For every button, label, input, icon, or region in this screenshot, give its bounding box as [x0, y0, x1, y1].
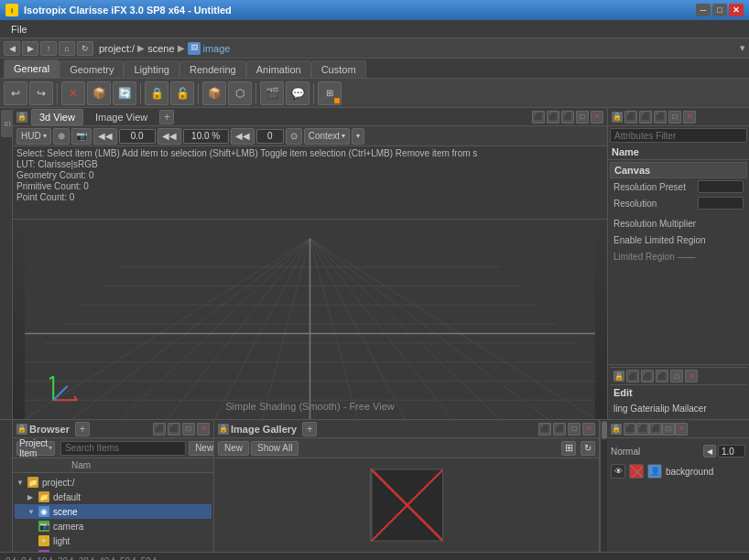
vp-value3[interactable]: [256, 129, 284, 144]
tab-animation[interactable]: Animation: [246, 60, 311, 78]
rp-ctrl-2[interactable]: ⬛: [639, 111, 652, 124]
project-item-dropdown[interactable]: Project Item ▾: [16, 441, 55, 456]
undo-button[interactable]: ↩: [4, 81, 27, 105]
nav-home[interactable]: ⌂: [59, 41, 75, 56]
box-button[interactable]: 📦: [202, 81, 226, 105]
tree-path-tracer[interactable]: ⬡ path_tracer: [15, 548, 212, 552]
vp-ctrl-1[interactable]: ⬛: [532, 111, 545, 124]
unlock-button[interactable]: 🔓: [170, 81, 194, 105]
vp-value2[interactable]: [183, 129, 229, 144]
move-button[interactable]: 📦: [87, 81, 111, 105]
gallery-lock[interactable]: 🔒: [218, 424, 229, 435]
browser-search-input[interactable]: [60, 441, 186, 456]
g-ctrl-4[interactable]: ✕: [582, 423, 595, 436]
rb-ctrl-4[interactable]: □: [662, 423, 675, 436]
vp-ctrl-4[interactable]: □: [576, 111, 589, 124]
attr-search-input[interactable]: [610, 128, 747, 143]
gallery-show-all-btn[interactable]: Show All: [251, 441, 299, 456]
vp-ctrl-2[interactable]: ⬛: [547, 111, 559, 124]
tree-camera[interactable]: 📷 camera: [15, 519, 212, 533]
nav-path-project[interactable]: project:/: [99, 43, 135, 54]
tree-project[interactable]: ▼ 📁 project:/: [15, 475, 212, 490]
b-ctrl-2[interactable]: ⬛: [168, 423, 180, 436]
nav-path-scene[interactable]: scene: [147, 43, 174, 54]
b-ctrl-4[interactable]: ✕: [197, 423, 210, 436]
vp-context-dropdown[interactable]: Context▾: [304, 128, 350, 145]
viewport-tab-image[interactable]: Image View: [87, 109, 156, 125]
maximize-button[interactable]: □: [712, 4, 727, 16]
vp-cam-btn[interactable]: 📷: [71, 128, 92, 145]
viewport-tab-3d[interactable]: 3d View: [31, 109, 83, 125]
rp-ctrl-5[interactable]: ✕: [683, 111, 696, 124]
edit-ctrl-5[interactable]: ✕: [685, 370, 698, 382]
vp-extra-dropdown[interactable]: ▾: [352, 128, 364, 145]
grid-button[interactable]: ⊞: [318, 81, 342, 105]
gallery-add-btn[interactable]: +: [302, 422, 317, 436]
browser-add-btn[interactable]: +: [75, 422, 90, 436]
speech-button[interactable]: 💬: [286, 81, 309, 105]
bg-user-icon[interactable]: 👤: [647, 464, 662, 479]
render-button[interactable]: 🎬: [260, 81, 284, 105]
tab-lighting[interactable]: Lighting: [124, 60, 179, 78]
vp-ctrl-3[interactable]: ⬛: [561, 111, 574, 124]
left-panel-handle[interactable]: ⠿: [1, 110, 12, 137]
viewport-lock-icon[interactable]: 🔒: [16, 112, 27, 123]
g-ctrl-3[interactable]: □: [568, 423, 581, 436]
nav-path-image[interactable]: image: [203, 43, 231, 54]
vp-render-mode[interactable]: ⊙: [286, 128, 302, 145]
edit-ctrl-4[interactable]: □: [670, 370, 683, 382]
rb-lock[interactable]: 🔒: [611, 424, 622, 435]
viewport-tab-add[interactable]: +: [159, 110, 174, 124]
tab-general[interactable]: General: [4, 59, 60, 78]
sphere-button[interactable]: ⬡: [228, 81, 252, 105]
normal-decrement[interactable]: ◀: [703, 445, 716, 458]
rp-ctrl-4[interactable]: □: [668, 111, 681, 124]
hud-button[interactable]: HUD▾: [16, 128, 51, 145]
tab-custom[interactable]: Custom: [311, 60, 366, 78]
lock-button[interactable]: 🔒: [145, 81, 168, 105]
edit-ctrl[interactable]: ⬛: [626, 370, 639, 382]
g-ctrl-1[interactable]: ⬛: [538, 423, 551, 436]
vp-nav-btn[interactable]: ⊕: [53, 128, 70, 145]
vp-ctrl-5[interactable]: ✕: [591, 111, 603, 124]
vp-value1[interactable]: [119, 129, 156, 144]
bg-swatch[interactable]: [629, 464, 644, 479]
menu-file[interactable]: File: [4, 20, 35, 38]
nav-forward[interactable]: ▶: [22, 41, 38, 56]
rb-ctrl-3[interactable]: ⬛: [649, 423, 662, 436]
nav-dropdown[interactable]: ▾: [740, 42, 745, 54]
nav-up[interactable]: ↑: [40, 41, 57, 56]
rb-ctrl-2[interactable]: ⬛: [636, 423, 649, 436]
resolution-preset-value[interactable]: [698, 180, 744, 193]
b-ctrl-3[interactable]: □: [182, 423, 195, 436]
rp-ctrl-3[interactable]: ⬛: [654, 111, 667, 124]
minimize-button[interactable]: ─: [696, 4, 711, 16]
nav-back[interactable]: ◀: [4, 41, 20, 56]
gallery-new-btn[interactable]: New: [218, 441, 249, 456]
tree-light[interactable]: ✦ light: [15, 533, 212, 548]
rotate-button[interactable]: 🔄: [113, 81, 136, 105]
vp-frame-controls[interactable]: ◀◀: [231, 128, 255, 145]
tree-default[interactable]: ▶ 📁 default: [15, 490, 212, 504]
eye-icon[interactable]: 👁: [611, 464, 625, 479]
browser-lock[interactable]: 🔒: [16, 424, 27, 435]
edit-ctrl-3[interactable]: ⬛: [656, 370, 668, 382]
tab-geometry[interactable]: Geometry: [60, 60, 124, 78]
gallery-thumbnail[interactable]: [370, 468, 443, 542]
tree-scene[interactable]: ▼ ◉ scene: [15, 504, 212, 519]
rp-ctrl-1[interactable]: ⬛: [624, 111, 637, 124]
vp-zoom-controls[interactable]: ◀◀: [157, 128, 181, 145]
close-button[interactable]: ✕: [729, 4, 744, 16]
redo-button[interactable]: ↪: [29, 81, 53, 105]
edit-ctrl-2[interactable]: ⬛: [641, 370, 654, 382]
gallery-scrollbar[interactable]: [600, 420, 607, 552]
rb-ctrl-1[interactable]: ⬛: [624, 423, 636, 436]
gallery-refresh-btn[interactable]: ↻: [581, 441, 595, 456]
edit-lock[interactable]: 🔒: [613, 371, 624, 382]
rb-ctrl-5[interactable]: ✕: [675, 423, 688, 436]
nav-reload[interactable]: ↻: [77, 41, 93, 56]
tab-rendering[interactable]: Rendering: [179, 60, 246, 78]
rp-lock-icon[interactable]: 🔒: [612, 112, 623, 123]
canvas-section-header[interactable]: Canvas: [610, 162, 747, 178]
vp-arrows[interactable]: ◀◀: [93, 128, 117, 145]
